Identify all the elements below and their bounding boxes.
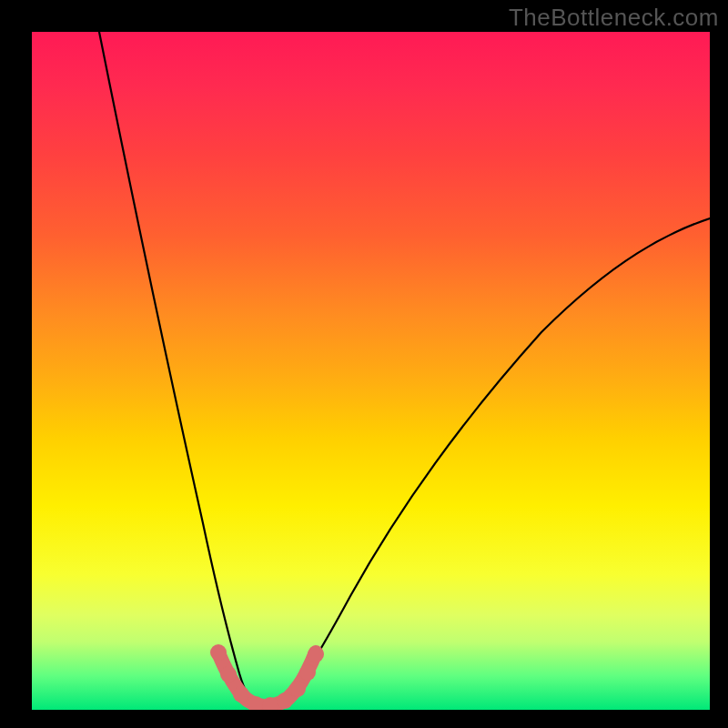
marker-dot: [289, 681, 306, 697]
curve-right-branch: [283, 218, 710, 703]
curve-layer: [32, 32, 710, 710]
marker-dot: [299, 664, 316, 681]
chart-frame: TheBottleneck.com: [0, 0, 728, 728]
watermark-text: TheBottleneck.com: [509, 4, 719, 32]
marker-dot: [210, 644, 227, 661]
marker-dot: [308, 646, 324, 662]
marker-dot: [220, 666, 237, 682]
marker-dot: [233, 686, 249, 703]
plot-area: [32, 32, 710, 710]
marker-dot: [277, 693, 293, 709]
curve-left-branch: [99, 32, 254, 703]
